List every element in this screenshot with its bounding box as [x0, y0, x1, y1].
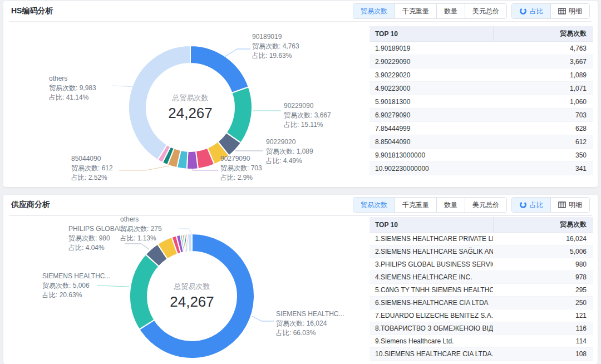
table-row[interactable]: 10.902230000000341 — [370, 162, 593, 175]
table-row[interactable]: 4.902230001,071 — [370, 82, 593, 95]
table-row[interactable]: 6.90279090703 — [370, 109, 593, 122]
table-row[interactable]: 4.SIEMENS HEALTHCARE INC.978 — [370, 271, 593, 284]
table-row[interactable]: 7.85444999628 — [370, 122, 593, 135]
pie-label-line: 贸易次数: 1,089 — [266, 147, 313, 156]
pie-label-line: 贸易次数: 3,667 — [284, 111, 331, 120]
pie-label-line: 占比: 66.03% — [276, 328, 344, 338]
table-row[interactable]: 8.ТОВАРИСТВО З ОБМЕЖЕНОЮ ВІДПОВІДАЛЬНІСТ… — [370, 322, 593, 335]
pie-label-line: 贸易次数: 980 — [68, 234, 130, 243]
table-row[interactable]: 9.901813000000350 — [370, 149, 593, 162]
pie-label-line: PHILIPS GLOBAL ... — [68, 224, 130, 234]
metric-button-trade-count[interactable]: 贸易次数 — [353, 4, 395, 18]
table-row[interactable]: 3.902290201,089 — [370, 68, 593, 82]
rank-name-cell: 9.901813000000 — [370, 149, 493, 161]
label-leader-line — [225, 49, 250, 57]
view-button-detail[interactable]: 明细 — [550, 4, 589, 18]
card-header: 供应商分析 贸易次数 千克重量 数量 美元总价 占比 — [9, 195, 592, 216]
section-title: 供应商分析 — [11, 200, 50, 210]
value-cell: 3,667 — [493, 55, 593, 68]
metric-button-usd-total[interactable]: 美元总价 — [465, 198, 506, 212]
pie-label-line: 90229090 — [284, 101, 331, 111]
pie-label-line: 贸易次数: 4,763 — [252, 42, 299, 51]
table-body: 1.SIEMENS HEALTHCARE PRIVATE LIMITED16,0… — [370, 233, 593, 361]
pie-slice-label: 85044090贸易次数: 612占比: 2.52% — [71, 154, 113, 183]
pie-slice-label: 90279090贸易次数: 703占比: 2.9% — [220, 154, 262, 183]
pie-slice-label: SIEMENS HEALTHC...贸易次数: 5,006占比: 20.63% — [42, 272, 110, 300]
rank-name-cell: 10.SIEMENS HEALTHCARE CIA LTDA. — [370, 348, 493, 360]
rank-name-cell: 3.PHILIPS GLOBAL BUSINESS SERVICES LLP — [370, 258, 493, 270]
metric-button-trade-count[interactable]: 贸易次数 — [353, 198, 395, 212]
rank-name-cell: 5.CôNG TY TNHH SIEMENS HEALTHCARE. — [370, 284, 493, 296]
pie-label-line: SIEMENS HEALTHC... — [42, 272, 110, 281]
table-header-top10: TOP 10 — [370, 217, 493, 232]
pie-slice[interactable] — [129, 46, 190, 160]
table-row[interactable]: 2.SIEMENS HEALTHCARE SAĞLIK ANONİM ŞİRKE… — [370, 245, 593, 258]
pie-label-line: 90189019 — [252, 32, 299, 42]
view-button-proportion[interactable]: 占比 — [512, 4, 550, 18]
pie-label-line: 贸易次数: 5,006 — [42, 281, 110, 291]
pie-label-line: others — [49, 74, 96, 83]
table-row[interactable]: 8.85044090612 — [370, 135, 593, 149]
view-button-proportion[interactable]: 占比 — [512, 198, 550, 212]
table-body: 1.901890194,7632.902290903,6673.90229020… — [370, 42, 593, 175]
table-row[interactable]: 1.901890194,763 — [370, 42, 593, 55]
pie-slice-label: 90229020贸易次数: 1,089占比: 4.49% — [266, 137, 313, 166]
table-icon — [558, 8, 566, 14]
metric-button-quantity[interactable]: 数量 — [436, 198, 465, 212]
rank-name-cell: 6.SIEMENS-HEALTHCARE CIA LTDA — [370, 297, 493, 309]
toolbar: 贸易次数 千克重量 数量 美元总价 占比 — [353, 197, 590, 213]
table-row[interactable]: 1.SIEMENS HEALTHCARE PRIVATE LIMITED16,0… — [370, 233, 593, 245]
label-leader-line — [119, 166, 169, 170]
pie-slice[interactable] — [226, 87, 252, 143]
view-button-detail[interactable]: 明细 — [550, 198, 589, 212]
pie-slice-label: 90189019贸易次数: 4,763占比: 19.63% — [252, 32, 299, 61]
table-row[interactable]: 7.EDUARDO ELIZECHE BENITEZ S.A.C.121 — [370, 309, 593, 322]
hs-code-donut-chart-area: 总贸易次数24,26790189019贸易次数: 4,763占比: 19.63%… — [3, 22, 371, 187]
table-header-row: TOP 10 贸易次数 — [370, 217, 593, 233]
table-row[interactable]: 3.PHILIPS GLOBAL BUSINESS SERVICES LLP98… — [370, 258, 593, 271]
table-row[interactable]: 5.CôNG TY TNHH SIEMENS HEALTHCARE.295 — [370, 284, 593, 297]
rank-name-cell: 2.SIEMENS HEALTHCARE SAĞLIK ANONİM ŞİRKE… — [370, 245, 493, 258]
rank-name-cell: 4.90223000 — [370, 82, 493, 95]
rank-name-cell: 9.Siemens Healthcare Ltd. — [370, 335, 493, 347]
view-button-label: 占比 — [530, 7, 543, 16]
metric-button-group: 贸易次数 千克重量 数量 美元总价 — [353, 197, 507, 213]
metric-button-group: 贸易次数 千克重量 数量 美元总价 — [353, 3, 507, 19]
value-cell: 295 — [493, 284, 593, 296]
pie-label-line: 占比: 19.63% — [252, 51, 299, 61]
table-row[interactable]: 2.902290903,667 — [370, 55, 593, 68]
pie-label-line: 贸易次数: 9,983 — [49, 83, 96, 93]
pie-slice[interactable] — [190, 46, 249, 93]
table-header-trade-count: 贸易次数 — [493, 26, 593, 41]
metric-button-usd-total[interactable]: 美元总价 — [465, 4, 506, 18]
pie-label-line: 90279090 — [220, 154, 262, 164]
metric-button-kg-weight[interactable]: 千克重量 — [395, 198, 436, 212]
table-row[interactable]: 5.901813001,060 — [370, 95, 593, 109]
table-row[interactable]: 10.SIEMENS HEALTHCARE CIA LTDA.108 — [370, 348, 593, 361]
rank-name-cell: 3.90229020 — [370, 68, 493, 81]
pie-label-line: 占比: 4.49% — [266, 156, 313, 166]
pie-slice-label: others贸易次数: 9,983占比: 41.14% — [49, 74, 96, 102]
value-cell: 978 — [493, 271, 593, 283]
pie-slice-label: PHILIPS GLOBAL ...贸易次数: 980占比: 4.04% — [68, 224, 130, 253]
pie-slice[interactable] — [188, 234, 192, 252]
value-cell: 5,006 — [493, 245, 593, 258]
donut-chart-icon — [519, 201, 527, 209]
value-cell: 121 — [493, 309, 593, 322]
card-header: HS编码分析 贸易次数 千克重量 数量 美元总价 占比 — [9, 1, 592, 22]
metric-button-kg-weight[interactable]: 千克重量 — [395, 4, 436, 18]
view-button-label: 明细 — [569, 7, 582, 16]
pie-slice[interactable] — [130, 254, 159, 329]
value-cell: 1,089 — [493, 68, 593, 81]
table-row[interactable]: 9.Siemens Healthcare Ltd.114 — [370, 335, 593, 348]
table-row[interactable]: 6.SIEMENS-HEALTHCARE CIA LTDA250 — [370, 297, 593, 309]
pie-label-line: 占比: 15.11% — [284, 120, 331, 130]
hs-code-top10-table: TOP 10 贸易次数 1.901890194,7632.902290903,6… — [370, 26, 593, 175]
metric-button-quantity[interactable]: 数量 — [436, 4, 465, 18]
label-leader-line — [252, 316, 274, 321]
pie-label-line: others — [120, 215, 162, 224]
pie-label-line: 占比: 2.52% — [71, 173, 113, 183]
pie-label-line: 贸易次数: 16,024 — [276, 319, 344, 328]
view-button-group: 占比 明细 — [511, 3, 590, 19]
view-button-label: 明细 — [569, 200, 582, 210]
